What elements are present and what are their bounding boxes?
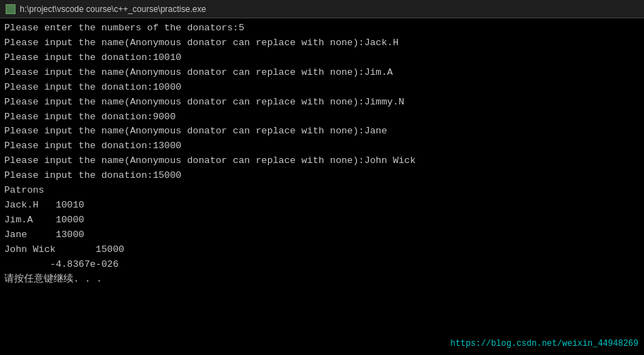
terminal-line: 请按任意键继续. . . bbox=[4, 272, 640, 287]
terminal-line: Please enter the numbers of the donators… bbox=[4, 21, 640, 36]
watermark: https://blog.csdn.net/weixin_44948269 bbox=[451, 337, 638, 351]
terminal-line: Please input the name(Anonymous donator … bbox=[4, 95, 640, 110]
title-bar: h:\project\vscode course\c++_course\prac… bbox=[0, 0, 644, 18]
terminal-output: Please enter the numbers of the donators… bbox=[4, 21, 640, 287]
title-text: h:\project\vscode course\c++_course\prac… bbox=[20, 4, 206, 14]
terminal-line: Please input the name(Anonymous donator … bbox=[4, 124, 640, 139]
terminal-line: Jim.A 10000 bbox=[4, 213, 640, 228]
terminal-line: Please input the donation:10010 bbox=[4, 51, 640, 66]
terminal-line: Please input the name(Anonymous donator … bbox=[4, 36, 640, 51]
terminal-line: Patrons bbox=[4, 183, 640, 198]
terminal-line: Please input the donation:9000 bbox=[4, 110, 640, 125]
terminal-line: Jane 13000 bbox=[4, 228, 640, 243]
terminal-line: Please input the name(Anonymous donator … bbox=[4, 66, 640, 80]
terminal-line: John Wick 15000 bbox=[4, 243, 640, 258]
terminal-line: Please input the donation:15000 bbox=[4, 169, 640, 183]
terminal-icon bbox=[6, 4, 16, 14]
terminal-line: Please input the name(Anonymous donator … bbox=[4, 154, 640, 169]
terminal-body: Please enter the numbers of the donators… bbox=[0, 18, 644, 355]
terminal-line: Please input the donation:10000 bbox=[4, 80, 640, 95]
terminal-line: -4.8367e-026 bbox=[4, 258, 640, 272]
terminal-line: Please input the donation:13000 bbox=[4, 139, 640, 154]
terminal-line: Jack.H 10010 bbox=[4, 198, 640, 213]
